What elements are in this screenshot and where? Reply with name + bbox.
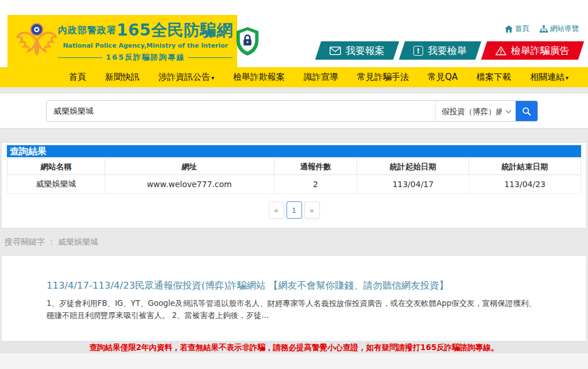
site-logo[interactable]: 內政部警政署 165全民防騙網 National Police Agency,M… [7,15,237,67]
home-link-label: 首頁 [515,24,529,34]
logo-site-name: 165全民防騙網 [117,20,233,41]
table-header-row: 網站名稱 網址 通報件數 統計起始日期 統計結束日期 [7,159,581,175]
nav-item-awareness[interactable]: 識詐宣導 [304,72,338,83]
pagination-page-1[interactable]: 1 [287,201,302,219]
pagination-next-button[interactable]: » [304,201,320,219]
cell-url: www.welove777.com [105,175,274,194]
report-scam-ad-button[interactable]: 檢舉詐騙廣告 [481,41,584,60]
nav-item-common-scams[interactable]: 常見詐騙手法 [357,72,409,83]
cell-report-count: 2 [274,175,357,194]
divider [188,57,233,58]
logo-hotline: 165反詐騙諮詢專線 [58,52,233,63]
search-panel: 假投資（博弈）網站 [0,87,588,129]
search-button[interactable] [516,101,537,121]
exclamation-icon: ! [413,46,423,56]
divider [58,57,102,58]
report-fraud-label: 我要檢舉 [428,44,467,57]
nav-item-news[interactable]: 新聞快訊 [105,72,140,83]
col-report-count: 通報件數 [274,159,357,175]
chevron-down-icon: ▾ [566,75,568,81]
col-site-name: 網站名稱 [7,159,105,175]
nav-item-report[interactable]: 檢舉詐欺報案 [233,72,285,83]
sitemap-icon [540,25,548,33]
main-nav: 首頁 新聞快訊 涉詐資訊公告▾ 檢舉詐欺報案 識詐宣導 常見詐騙手法 常見QA … [0,67,588,87]
search-icon [522,107,531,116]
notice-bar: 查詢結果僅限2年內資料，若查無結果不表示非詐騙，請務必提高警覺小心查證，如有疑問… [0,341,588,354]
action-buttons: 我要報案 ! 我要檢舉 檢舉詐騙廣告 [312,41,581,60]
nav-item-downloads[interactable]: 檔案下載 [477,72,511,83]
keyword-label: 搜尋關鍵字 ： [5,237,55,246]
cell-end-date: 113/04/23 [469,175,581,194]
results-panel: 查詢結果 網站名稱 網址 通報件數 統計起始日期 統計結束日期 威樂娛樂城 ww… [1,142,587,228]
nav-item-fraud-info[interactable]: 涉詐資訊公告▾ [158,72,214,83]
search-group: 假投資（博弈）網站 [46,100,538,122]
nav-item-home[interactable]: 首頁 [69,72,86,83]
report-fraud-button[interactable]: ! 我要檢舉 [399,41,481,60]
envelope-icon [330,46,341,55]
nav-item-links[interactable]: 相關連結▾ [530,72,568,83]
table-row: 威樂娛樂城 www.welove777.com 2 113/04/17 113/… [7,175,581,194]
logo-agency-english: National Police Agency,Ministry of the I… [63,42,228,49]
category-select[interactable]: 假投資（博弈）網站 [436,101,516,121]
hotline-label: 165反詐騙諮詢專線 [106,52,185,63]
col-start-date: 統計起始日期 [357,159,469,175]
home-icon [505,25,513,33]
utility-links: 首頁 網站導覽 [505,24,579,34]
search-input[interactable] [47,101,435,121]
article-excerpt: 1、歹徒會利用FB、IG、YT、Google及簡訊等管道以股市名人、財經專家等人… [47,297,540,322]
sitemap-link[interactable]: 網站導覽 [540,24,579,34]
nav-item-qa[interactable]: 常見QA [428,72,458,83]
pagination-prev-button[interactable]: « [269,201,284,219]
report-case-label: 我要報案 [346,44,385,57]
category-select-wrap: 假投資（博弈）網站 [435,101,516,121]
footer-space [0,354,588,369]
keyword-value: 威樂娛樂城 [58,237,98,246]
shield-lock-icon [235,26,260,56]
home-link[interactable]: 首頁 [505,24,529,34]
police-badge-icon [16,19,58,64]
sitemap-link-label: 網站導覽 [550,24,579,34]
article-panel: 113/4/17-113/4/23民眾通報假投資(博弈)詐騙網站 【網友不會幫你… [1,255,587,341]
col-url: 網址 [105,159,274,175]
logo-agency-name: 內政部警政署 [58,25,117,37]
article-title-link[interactable]: 113/4/17-113/4/23民眾通報假投資(博弈)詐騙網站 【網友不會幫你… [47,279,540,292]
results-title-bar: 查詢結果 [7,145,581,157]
logo-text: 內政部警政署 165全民防騙網 National Police Agency,M… [58,20,233,63]
site-header: 內政部警政署 165全民防騙網 National Police Agency,M… [0,0,588,67]
results-table: 網站名稱 網址 通報件數 統計起始日期 統計結束日期 威樂娛樂城 www.wel… [7,158,581,194]
pagination: « 1 » [2,201,586,219]
warning-icon [496,46,506,56]
cell-site-name: 威樂娛樂城 [7,175,105,194]
col-end-date: 統計結束日期 [469,159,581,175]
disclaimer-text: 查詢結果僅限2年內資料，若查無結果不表示非詐騙，請務必提高警覺小心查證，如有疑問… [90,343,499,353]
main-content: 假投資（博弈）網站 查詢結果 網站名稱 網址 通報件數 統計起始日期 [0,87,588,369]
report-scam-ad-label: 檢舉詐騙廣告 [511,44,570,57]
cell-start-date: 113/04/17 [357,175,469,194]
report-case-button[interactable]: 我要報案 [315,41,399,60]
search-keyword-line: 搜尋關鍵字 ： 威樂娛樂城 [0,228,588,255]
chevron-down-icon: ▾ [211,75,214,81]
